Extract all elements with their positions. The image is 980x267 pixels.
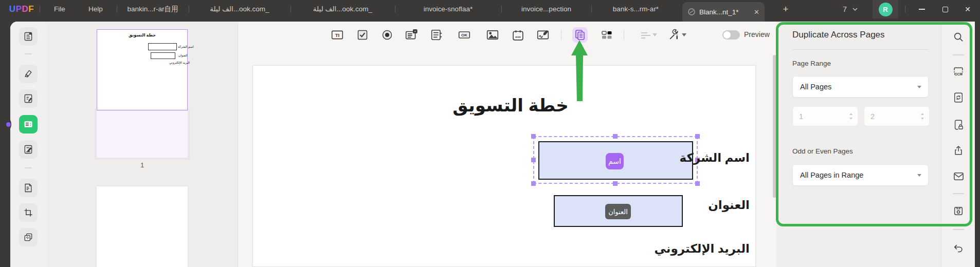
title-bar: UPDF File Help bankin...r-ar自用 الف ليلة.… [0, 0, 980, 22]
spin-up-icon[interactable] [921, 113, 924, 115]
button-field-tool[interactable]: OK [457, 27, 472, 43]
mail-icon [953, 170, 965, 182]
sidebar-item-edit-pdf[interactable] [19, 89, 38, 108]
share-button[interactable] [952, 144, 965, 157]
text-field-icon: TI [331, 28, 344, 42]
doc-tab-1[interactable]: bankin...r-ar自用 [117, 0, 188, 18]
doc-tab-active[interactable]: Blank...nt_1* ✕ [682, 2, 765, 22]
duplicate-panel: Duplicate Across Pages Page Range All Pa… [776, 22, 941, 267]
grid-icon [601, 29, 613, 41]
spin-down-icon[interactable] [921, 118, 924, 120]
image-field-tool[interactable] [485, 27, 500, 43]
resize-handle[interactable] [613, 134, 618, 139]
tools-caret-icon[interactable] [680, 27, 687, 43]
save-button[interactable] [952, 205, 965, 217]
thumbnail-panel: خطة التسويق اسم الشركة العنوان البريد ال… [46, 22, 238, 267]
date-field-tool[interactable] [510, 27, 525, 43]
field-name-badge: اسم [606, 153, 624, 169]
page-lock-icon [953, 119, 964, 130]
range-to-input[interactable]: 2 [864, 106, 930, 126]
menu-file[interactable]: File [48, 0, 71, 18]
maximize-button[interactable] [939, 0, 951, 18]
sidebar-item-comment[interactable] [19, 65, 38, 83]
align-icon [640, 29, 652, 41]
page-range-value: All Pages [800, 83, 831, 91]
resize-handle[interactable] [531, 134, 536, 139]
right-tool-strip: OCR [941, 22, 975, 267]
doc-tab-3[interactable]: الف ليلة...ook.com_ [291, 0, 394, 18]
vertical-scrollbar[interactable] [773, 55, 776, 198]
address-label: العنوان [644, 198, 750, 212]
left-sidebar [10, 22, 46, 267]
watermark-icon [23, 232, 33, 242]
search-button[interactable] [952, 31, 965, 43]
resize-handle[interactable] [531, 158, 536, 162]
page-thumbnail-1[interactable]: خطة التسويق اسم الشركة العنوان البريد ال… [97, 29, 188, 110]
doc-tab-6[interactable]: bank-s...rm-ar* [592, 0, 680, 18]
sidebar-item-reader[interactable] [19, 27, 38, 46]
close-button[interactable]: ✕ [961, 0, 974, 18]
sidebar-item-crop-pages[interactable] [19, 203, 38, 222]
text-field-tool[interactable]: TI [330, 27, 345, 43]
tab-count[interactable]: 7 [837, 0, 852, 18]
menu-help[interactable]: Help [82, 0, 109, 18]
radio-field-tool[interactable] [379, 27, 395, 43]
spin-up-icon[interactable] [849, 113, 852, 115]
account-button[interactable]: R [873, 0, 898, 18]
undo-button[interactable] [952, 242, 965, 255]
doc-tab-5[interactable]: invoice...pection [502, 0, 591, 18]
updf-logo: UPDF [8, 0, 35, 18]
combo-box-field-tool[interactable] [404, 27, 419, 43]
signature-field-tool[interactable] [535, 27, 551, 43]
spin-down-icon[interactable] [849, 118, 852, 120]
app-window: UPDF File Help bankin...r-ar自用 الف ليلة.… [0, 0, 980, 267]
ocr-button[interactable]: OCR [952, 66, 965, 78]
divider [25, 167, 32, 168]
email-button[interactable] [952, 170, 965, 182]
align-caret-icon[interactable] [651, 27, 658, 43]
range-from-value: 1 [799, 112, 803, 121]
checkbox-icon [356, 29, 369, 41]
protect-page-button[interactable] [952, 119, 965, 131]
page-range-select[interactable]: All Pages [792, 76, 929, 98]
divider [40, 6, 40, 13]
resize-handle[interactable] [613, 181, 618, 186]
new-tab-button[interactable]: + [778, 0, 793, 18]
doc-tab-4[interactable]: invoice-snoflaa* [395, 0, 501, 18]
sidebar-item-organize-pages[interactable] [19, 179, 38, 197]
content-area: خطة التسويق اسم الشركة العنوان البريد ال… [10, 22, 975, 267]
resize-handle[interactable] [531, 181, 536, 186]
undo-icon [953, 243, 964, 254]
sidebar-item-watermark[interactable] [19, 228, 38, 246]
page-thumbnail-1-selection [97, 111, 188, 158]
page-thumbnail-2[interactable] [97, 186, 188, 267]
convert-page-button[interactable] [952, 91, 965, 104]
divider [953, 229, 964, 230]
minimize-button[interactable] [916, 0, 928, 18]
sidebar-item-prepare-form[interactable] [19, 115, 38, 134]
list-box-field-tool[interactable] [429, 27, 445, 43]
mini-field [151, 52, 175, 59]
divider [561, 30, 561, 40]
arrange-fields-tool[interactable] [599, 27, 614, 43]
svg-text:TI: TI [335, 32, 340, 38]
tab-close-icon[interactable]: ✕ [754, 9, 759, 15]
preview-toggle[interactable] [722, 30, 740, 40]
range-from-input[interactable]: 1 [792, 106, 858, 126]
doc-tab-2[interactable]: الف ليلة...ook.com_ [189, 0, 290, 18]
ok-button-icon: OK [458, 28, 471, 42]
chevron-down-icon [917, 174, 921, 177]
sidebar-item-fill-sign[interactable] [19, 140, 38, 159]
range-to-value: 2 [870, 112, 875, 121]
checkbox-field-tool[interactable] [355, 27, 370, 43]
divider [624, 30, 624, 40]
pdf-doc-icon [687, 8, 696, 16]
divider [25, 53, 32, 54]
calendar-icon [512, 29, 524, 42]
field-tools-tool[interactable] [666, 27, 681, 43]
resize-handle[interactable] [695, 181, 700, 186]
resize-handle[interactable] [695, 134, 700, 139]
chevron-down-icon[interactable] [851, 0, 859, 18]
odd-even-select[interactable]: All Pages in Range [792, 164, 929, 186]
tools-icon [667, 29, 680, 42]
